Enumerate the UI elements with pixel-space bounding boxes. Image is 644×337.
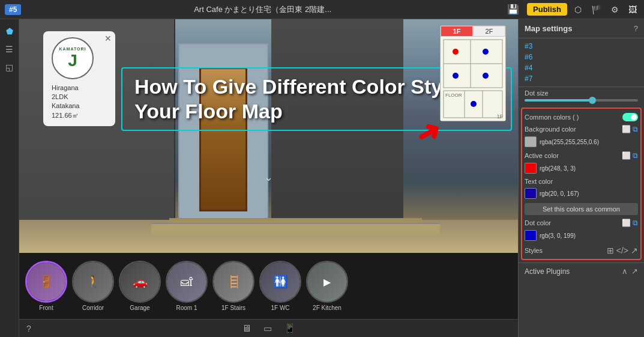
scroll-down-icon: ⌄ (264, 171, 273, 184)
dot-size-label: Dot size (519, 87, 644, 98)
sidebar-icon-layout[interactable]: ◱ (3, 60, 16, 74)
svg-point-6 (453, 49, 459, 55)
dot-size-slider[interactable] (525, 99, 638, 102)
background-color-label: Background color (525, 126, 576, 133)
thumb-circle-1f-wc: 🚻 (259, 261, 301, 303)
thumb-circle-1f-stairs: 🪜 (212, 261, 254, 303)
thumb-garage[interactable]: 🚗 Garage (119, 261, 161, 311)
background-color-copy-icon[interactable]: ⧉ (633, 125, 638, 133)
minimap-tab-2f[interactable]: 2F (473, 26, 505, 37)
map-item-7[interactable]: #7 (525, 73, 638, 84)
info-card-close[interactable]: ✕ (104, 34, 112, 43)
help-button[interactable]: ? (19, 319, 38, 337)
page-title: Art Cafe かまとり住宅（金田東 2階建... (26, 4, 499, 15)
active-plugins-section: Active Plugins ∧ ↗ (519, 263, 644, 279)
thumb-label-corridor: Corridor (82, 305, 104, 311)
minimap: 1F 2F (440, 25, 506, 121)
sidebar-icon-list[interactable]: ☰ (3, 42, 16, 56)
svg-point-7 (483, 49, 489, 55)
info-card: ✕ KAMATORI J Hiragana 2LDK Katakana 121.… (43, 31, 115, 126)
active-plugins-external-icon[interactable]: ↗ (631, 267, 638, 276)
dot-color-row: Dot color ⬜ ⧉ (525, 217, 638, 229)
common-colors-toggle[interactable] (622, 113, 638, 121)
dot-color-value: rgb(3, 0, 199) (540, 232, 576, 239)
background-color-swatch[interactable] (525, 136, 537, 147)
active-plugins-expand-icon[interactable]: ∧ (622, 267, 628, 276)
left-sidebar: ⬟ ☰ ◱ (0, 19, 19, 337)
thumb-label-1f-stairs: 1F Stairs (221, 305, 245, 311)
styles-code-icon[interactable]: </> (616, 246, 628, 255)
thumb-1f-wc[interactable]: 🚻 1F WC (259, 261, 301, 311)
desktop-icon[interactable]: 🖥 (242, 323, 251, 334)
thumbnails-bar: 🚪 Front 🚶 Corridor 🚗 (19, 253, 518, 319)
share-button[interactable]: ⬡ (572, 4, 584, 16)
thumb-2f-kitchen[interactable]: ▶ 2F Kitchen (306, 261, 348, 311)
panel-title: Map settings (525, 24, 572, 33)
thumb-room1[interactable]: 🛋 Room 1 (166, 261, 208, 311)
thumb-circle-garage: 🚗 (119, 261, 161, 303)
dot-color-label: Dot color (525, 219, 551, 226)
dot-color-copy-icon[interactable]: ⧉ (633, 219, 638, 227)
info-style: Katakana (52, 102, 107, 109)
text-color-swatch[interactable] (525, 188, 537, 199)
bottom-bar: 🖥 ▭ 📱 (19, 319, 518, 337)
styles-row: Styles ⊞ </> ↗ (525, 243, 638, 257)
svg-text:FLOOR: FLOOR (445, 93, 462, 98)
styles-grid-icon[interactable]: ⊞ (607, 246, 614, 255)
mobile-icon[interactable]: 📱 (284, 323, 296, 334)
settings-button[interactable]: ⚙ (609, 4, 621, 16)
minimap-image: FLOOR 1F (441, 37, 505, 121)
language-button[interactable]: 🏴 (589, 4, 604, 16)
sidebar-icon-map[interactable]: ⬟ (4, 24, 16, 38)
map-item-6[interactable]: #6 (525, 52, 638, 62)
svg-point-8 (453, 73, 459, 79)
active-color-value: rgb(248, 3, 3) (540, 165, 576, 172)
background-color-icons: ⬜ ⧉ (622, 125, 638, 133)
map-item-3[interactable]: #3 (525, 41, 638, 52)
thumb-1f-stairs[interactable]: 🪜 1F Stairs (212, 261, 254, 311)
thumb-circle-corridor: 🚶 (72, 261, 114, 303)
info-type: Hiragana (52, 84, 107, 91)
thumb-front[interactable]: 🚪 Front (25, 261, 67, 311)
thumb-label-room1: Room 1 (176, 305, 197, 311)
save-button[interactable]: 💾 (504, 2, 522, 16)
svg-point-10 (471, 101, 477, 107)
text-color-value: rgb(20, 0, 167) (540, 190, 579, 197)
main-layout: ⬟ ☰ ◱ ✕ (0, 19, 644, 337)
active-color-copy-icon[interactable]: ⧉ (633, 151, 638, 160)
image-button[interactable]: 🖼 (626, 4, 639, 16)
thumb-circle-room1: 🛋 (166, 261, 208, 303)
active-color-edit-icon[interactable]: ⬜ (622, 151, 631, 160)
thumb-label-front: Front (39, 305, 53, 311)
thumb-label-1f-wc: 1F WC (271, 305, 289, 311)
dot-color-value-row: rgb(3, 0, 199) (525, 229, 638, 243)
dot-size-slider-row (519, 98, 644, 105)
publish-button[interactable]: Publish (527, 3, 567, 16)
tablet-icon[interactable]: ▭ (263, 323, 272, 334)
right-panel: Map settings ? #3 #6 #4 #7 Dot size Comm… (518, 19, 644, 337)
set-common-button[interactable]: Set this colors as common (525, 203, 638, 215)
active-color-value-row: rgb(248, 3, 3) (525, 162, 638, 176)
thumb-circle-2f-kitchen: ▶ (306, 261, 348, 303)
panel-header: Map settings ? (519, 19, 644, 38)
background-color-edit-icon[interactable]: ⬜ (622, 125, 631, 133)
thumb-circle-front: 🚪 (25, 261, 67, 303)
svg-point-9 (483, 73, 489, 79)
dot-color-swatch[interactable] (525, 230, 537, 241)
center-content: ✕ KAMATORI J Hiragana 2LDK Katakana 121.… (19, 19, 518, 337)
dot-color-icons: ⬜ ⧉ (622, 219, 638, 227)
thumb-label-garage: Garage (130, 305, 149, 311)
minimap-tabs: 1F 2F (441, 26, 505, 37)
minimap-tab-1f[interactable]: 1F (441, 26, 473, 37)
thumb-corridor[interactable]: 🚶 Corridor (72, 261, 114, 311)
active-color-swatch[interactable] (525, 163, 537, 174)
logo-circle: KAMATORI J (52, 37, 94, 79)
styles-external-icon[interactable]: ↗ (631, 246, 638, 255)
active-plugins-icons: ∧ ↗ (622, 267, 638, 276)
panel-help-icon[interactable]: ? (634, 24, 638, 33)
map-item-4[interactable]: #4 (525, 62, 638, 73)
dot-color-edit-icon[interactable]: ⬜ (622, 219, 631, 227)
map-list: #3 #6 #4 #7 (519, 38, 644, 87)
active-color-label: Active color (525, 152, 559, 159)
text-color-value-row: rgb(20, 0, 167) (525, 187, 638, 201)
